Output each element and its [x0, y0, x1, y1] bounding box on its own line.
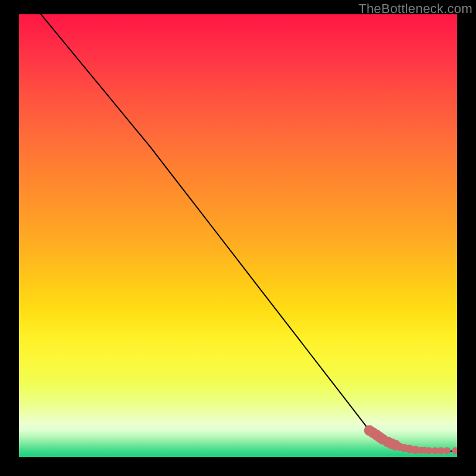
chart-frame: TheBottleneck.com: [0, 0, 476, 476]
data-marker: [437, 447, 444, 455]
chart-svg: [19, 14, 457, 457]
curve-line: [41, 14, 457, 451]
data-marker: [452, 447, 457, 455]
data-marker: [443, 447, 450, 455]
plot-area: [19, 14, 457, 457]
data-markers: [364, 425, 457, 454]
data-marker: [425, 447, 433, 455]
